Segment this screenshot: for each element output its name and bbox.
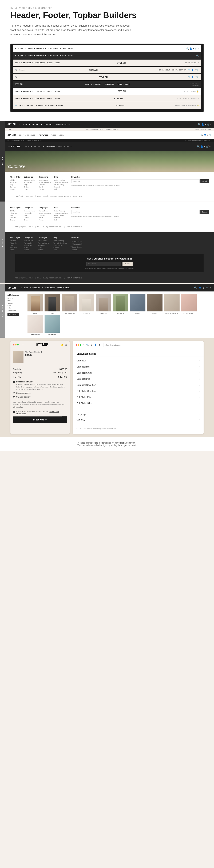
cat-women[interactable]: Women — [7, 302, 23, 304]
header-nav-links: SHOP ▾ PRODUCT ▾ TEMPLATES ▾ PAGES ▾ MED… — [23, 123, 70, 125]
product-denim2[interactable]: DENIM — [147, 294, 162, 314]
place-order-button[interactable]: Place Order — [13, 416, 67, 423]
cart-totals: Subtotal $495.00 Shipping Flat rate: $2.… — [13, 366, 67, 378]
bank-transfer-radio[interactable] — [13, 381, 15, 383]
terms-checkbox[interactable] — [13, 411, 15, 413]
product-new[interactable]: NEW ARRIVALS — [61, 294, 77, 314]
newsletter-input-2[interactable] — [71, 210, 199, 214]
copyright-text: COPYRIGHT STYL.R — [66, 195, 82, 197]
terms-link[interactable]: TERMS AND CONDITIONS — [16, 411, 59, 414]
product-men[interactable]: MEN — [45, 294, 60, 314]
nav-bar-2: STYLER ≡ SHOP ▾ PRODUCT ▾ TEMPLATES ▾ PA… — [13, 53, 201, 59]
language-item[interactable]: Language › — [77, 412, 200, 417]
logo-1: STYLER — [15, 48, 23, 50]
subscribe-box: Get a surprise discount by registering! … — [15, 254, 204, 272]
total-value: $497.50 — [58, 375, 67, 378]
cat-sale[interactable]: Sale — [7, 307, 23, 309]
showcase-item-carousel-mini[interactable]: Carousel Mini › — [73, 376, 204, 382]
bank-transfer-option: Direct bank transfer Make your payment d… — [13, 381, 67, 391]
menu-icon[interactable]: ≡ — [210, 286, 211, 289]
showcase-item-carousel-coverflow[interactable]: Carousel Coverflow › — [73, 382, 204, 388]
product-women[interactable]: WOMEN — [27, 294, 43, 314]
subscribe-title: Get a surprise discount by registering! — [19, 257, 200, 260]
footer-note-line2: You can make unlimited designs by adding… — [4, 444, 210, 446]
privacy-policy-link[interactable]: privacy policy — [13, 406, 22, 408]
cart-bell-icon[interactable]: 🔔 — [60, 343, 63, 346]
close-icon[interactable]: ✕ — [83, 344, 85, 346]
cart-panel: ≡ STYLER 🔔 🛍 The Sport Short × 1 $34.00 — [10, 341, 70, 434]
logo-7: STYLER — [117, 90, 126, 93]
nav-bar-5: 🔍 STYLER 🔍 👤 ♥ 🛒 — [13, 74, 201, 81]
product-swimwear[interactable]: SWIMWEAR — [45, 315, 60, 335]
showcase-search-input[interactable] — [104, 343, 199, 347]
dark-categories-list: Womens Items Accessories New Denim Shoes… — [24, 240, 34, 251]
shipping-value: Flat rate: $2.50 — [53, 372, 67, 374]
cash-delivery-option: Cash on delivery — [13, 396, 67, 398]
header-logo: STYLER — [7, 123, 16, 125]
cart-subtotal-row: Subtotal $495.00 — [13, 368, 67, 370]
cart-bag-icon[interactable]: 🛍 — [64, 343, 67, 346]
product-shorts[interactable]: SHORTS & SKIRTS — [164, 294, 180, 314]
product-underwear[interactable]: UNDERWEAR — [27, 315, 43, 335]
cat-accessories[interactable]: Accessories — [7, 310, 23, 311]
showcase-item-carousel[interactable]: Carousel › — [73, 358, 204, 364]
showcase-item-carousel-big[interactable]: Carousel Big › — [73, 364, 204, 370]
megamenu-label: MEGAMENU — [0, 284, 5, 338]
cat-baby[interactable]: Baby — [7, 305, 23, 306]
shipping-label: Shipping — [13, 372, 22, 374]
all-categories-title: All Categories — [7, 294, 23, 296]
megamenu-nav: STYLER ≡ SHOP ▾ PRODUCT ▾ TEMPLATES ▾ PA… — [5, 284, 214, 291]
logo-8: STYLER — [114, 97, 123, 100]
showcase-share-icon[interactable]: ⬆ — [98, 344, 100, 346]
footer-label: FOOTER — [0, 203, 5, 283]
newsletter-submit[interactable]: Submit — [200, 179, 209, 183]
currency-item[interactable]: Currency › — [77, 417, 200, 422]
showcase-item-full-slider-creative[interactable]: Full Slider Creative › — [73, 388, 204, 394]
logo-4: STYLER — [89, 69, 98, 71]
product-denim[interactable]: DENIM — [130, 294, 145, 314]
newsletter-submit-2[interactable]: Submit — [200, 210, 209, 214]
heart-icon[interactable]: ♥ — [203, 286, 204, 289]
product-sweaters[interactable]: SWEATERS — [96, 294, 111, 314]
showcase-search-icon[interactable]: 🔍 — [86, 344, 89, 346]
chevron-icon-carousel-small: › — [199, 372, 200, 374]
main-nav-icons: 🔍 👤 ♥ 🛒 ≡ — [197, 145, 211, 148]
product-label-men: MEN — [45, 312, 60, 314]
cart-item-price: $34.00 — [25, 353, 67, 356]
cat-men[interactable]: Men — [7, 300, 23, 302]
cat-children[interactable]: Children — [7, 298, 23, 299]
all-products-button[interactable]: All Products ▸ — [7, 313, 19, 316]
search-icon[interactable]: 🔍 — [194, 286, 197, 289]
nav-bar-8: SHOP ▾ PRODUCT ▾ TEMPLATES ▾ PAGES ▾ MED… — [13, 95, 201, 102]
subscribe-desc: Sign up to get the latest on new Product… — [19, 267, 200, 269]
subscribe-input[interactable] — [86, 262, 121, 266]
showcase-person-icon[interactable]: 👤 — [94, 344, 97, 346]
product-tshirts[interactable]: T-SHIRTS — [79, 294, 94, 314]
cart-hamburger[interactable]: ≡ — [22, 343, 24, 346]
showcase-item-carousel-small[interactable]: Carousel Small › — [73, 370, 204, 376]
showcase-item-full-slider-flip[interactable]: Full Slider Flip › — [73, 394, 204, 400]
subtotal-label: Subtotal — [13, 368, 21, 370]
nav-search-4[interactable] — [19, 69, 29, 71]
newsletter-input[interactable] — [71, 179, 199, 183]
check-payments-radio[interactable] — [13, 392, 15, 395]
product-explore[interactable]: EXPLORE — [113, 294, 128, 314]
logo-9: STYLER — [115, 104, 125, 107]
showcase-dot-red — [76, 344, 77, 346]
mega-products-grid: WOMEN MEN NEW ARRIVALS — [25, 294, 211, 335]
showcase-refresh-icon[interactable]: ↺ — [90, 344, 92, 346]
product-label-polka: SHORTS & POLKA — [181, 312, 196, 314]
showcase-item-full-slider-slide[interactable]: Full Slider Slide › — [73, 400, 204, 406]
shipping-bar-dark: FREE SHIPPING ON ALL ORDERS OVER $75 CUS… — [5, 139, 214, 142]
product-polka[interactable]: SHORTS & POLKA — [181, 294, 196, 314]
payment-section: Direct bank transfer Make your payment d… — [13, 381, 67, 398]
user-icon[interactable]: 👤 — [198, 286, 202, 289]
subtotal-value: $495.00 — [59, 368, 67, 370]
nav-links-2: SHOP ▾ PRODUCT ▾ TEMPLATES ▾ PAGES ▾ MED… — [28, 55, 73, 57]
cart-icon[interactable]: 🛒 — [206, 286, 209, 289]
subscribe-button[interactable]: Submit — [123, 262, 133, 266]
page-description: For more freedom in areas like the heade… — [10, 24, 132, 37]
cash-delivery-radio[interactable] — [13, 396, 15, 398]
nav-bar-6: STYLER SHOP ▾ PRODUCT ▾ TEMPLATES ▾ PAGE… — [13, 81, 201, 88]
product-img-new — [61, 294, 77, 311]
